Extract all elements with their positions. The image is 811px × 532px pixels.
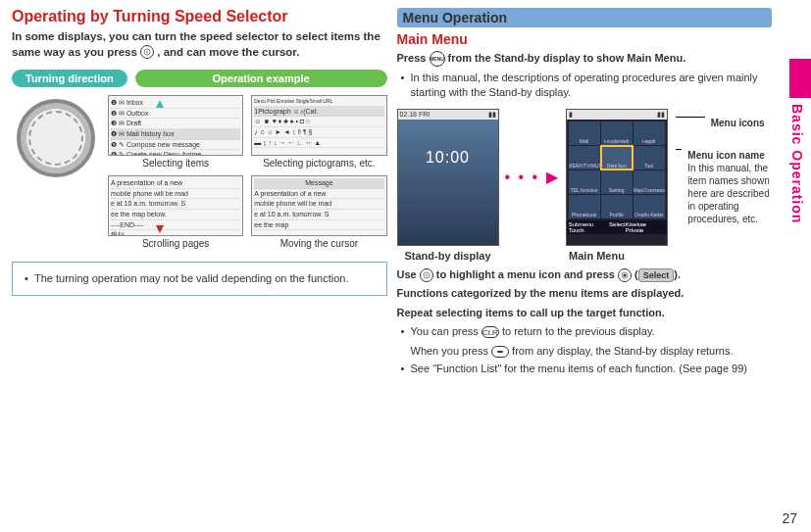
menu-cell: Osaifu-Keitai [634,195,665,218]
menu-cell: Phonebook [569,195,600,218]
right-heading-bar: Menu Operation [397,8,773,27]
softkey-right: Kisekae Private [626,221,665,233]
bullet-clr: You can press CLR to return to the previ… [401,324,773,359]
example-cursor: Message A presentation of a new mobile p… [251,175,386,250]
example-pictograms: Deco Pict Emotive SingleSmall URL 1Picto… [251,95,386,169]
side-tab-label: Basic Operation [789,104,805,223]
standby-clock: 10:00 [398,149,498,167]
callout-line-icon [676,117,705,118]
bullet-function-list: See "Function List" for the menu items o… [401,362,773,376]
menu-cell: i-appli [634,121,665,145]
arrow-dots-icon: • • • ▶ [505,168,560,186]
right-column: Menu Operation Main Menu Press MENU from… [397,8,773,524]
caption-scrolling: Scrolling pages [108,238,243,250]
menu-key-icon: MENU [430,51,445,67]
intro-text-b: , and can move the cursor. [157,46,299,58]
caption-selecting-items: Selecting items [108,158,243,169]
clr-key-icon: CLR [482,326,499,338]
arrow-down-icon [156,225,164,233]
menu-cell: CAMERA/TV/MUSIC [569,146,600,169]
standby-figure: 02.18 FRI▮▮ 10:00 [397,109,499,246]
menu-cell: i-mode/web [601,121,633,145]
bullet-manual-note: In this manual, the descriptions of oper… [401,71,773,101]
caption-main-menu: Main Menu [546,250,648,262]
softkey-center: Select [609,221,626,233]
side-tab: Basic Operation [789,59,811,255]
pill-operation-example: Operation example [135,70,387,87]
menu-cell: Mail [569,121,600,145]
svg-point-5 [623,273,626,276]
direction-pad-icon [140,45,154,59]
arrow-up-icon [156,100,164,108]
center-key-icon [618,268,632,282]
press-line: Press MENU from the Stand-by display to … [397,51,773,67]
callout-line-icon [676,149,683,150]
menu-cell: Tool [634,146,665,169]
menu-cell: Profile [601,195,633,218]
main-menu-figure: ▮▮▮ Mail i-mode/web i-appli CAMERA/TV/MU… [566,109,668,246]
end-key-icon [491,346,509,358]
dial-illustration [12,95,100,250]
note-box: The turning operation may not be valid d… [12,262,387,296]
example-selecting-items: ❶ ✉ Inbox ❷ ✉ Outbox ❸ ✉ Draft ❹ ✉ Mail … [108,95,243,169]
left-heading: Operating by Turning Speed Selector [12,8,387,25]
menu-cell: Setting [601,170,633,194]
page-number: 27 [782,510,797,526]
use-line: Use to highlight a menu icon and press (… [397,267,773,283]
select-softkey-label: Select [638,268,675,283]
caption-cursor: Moving the cursor [251,238,386,250]
functions-line: Functions categorized by the menu items … [397,286,773,301]
svg-point-3 [426,274,428,276]
example-scrolling: A presentation of a new mobile phone wil… [108,175,243,250]
menu-cell-selected: Data box [601,146,633,169]
caption-standby: Stand-by display [397,250,499,262]
direction-pad-icon [420,268,433,282]
left-column: Operating by Turning Speed Selector In s… [12,8,387,524]
menu-cell: Map/Overseas [634,170,665,194]
svg-point-1 [146,52,148,54]
callout-menu-icons: Menu icons [711,117,765,129]
side-tab-marker [789,59,811,98]
pill-row: Turning direction Operation example [12,70,387,87]
repeat-line: Repeat selecting items to call up the ta… [397,306,773,320]
menu-cell: TEL function [569,170,600,194]
caption-pictograms: Selecting pictograms, etc. [251,158,386,169]
note-text: The turning operation may not be valid d… [25,271,379,286]
right-heading-sub: Main Menu [397,31,773,47]
left-intro: In some displays, you can turn the speed… [12,29,387,60]
softkey-left: Submenu Touch [569,221,609,233]
svg-rect-6 [497,351,503,353]
callout-menu-icon-name: Menu icon name In this manual, the item … [687,149,772,225]
pill-turning-direction: Turning direction [12,70,127,87]
